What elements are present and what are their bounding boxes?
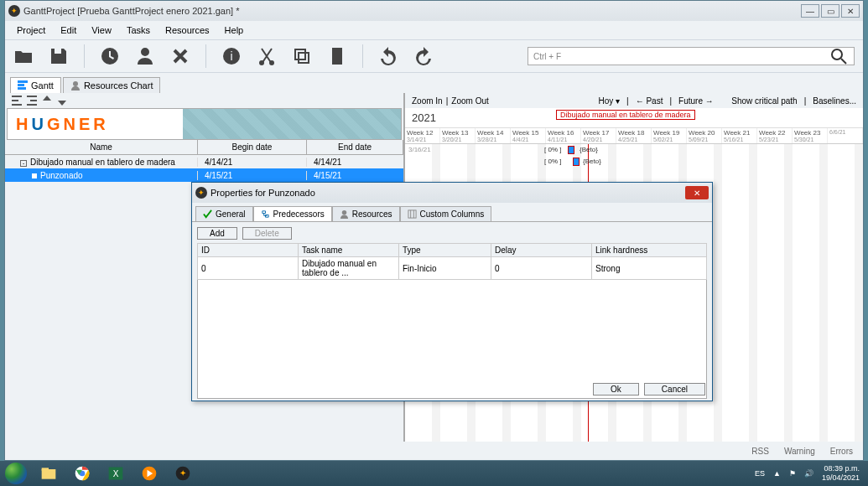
tab-resources[interactable]: Resources	[332, 206, 400, 221]
close-button[interactable]: ✕	[841, 4, 860, 18]
menu-resources[interactable]: Resources	[159, 23, 216, 37]
media-icon[interactable]	[133, 462, 166, 485]
history-icon[interactable]	[100, 46, 120, 66]
save-icon[interactable]	[49, 46, 69, 66]
open-icon[interactable]	[13, 46, 34, 66]
menubar: Project Edit View Tasks Resources Help	[5, 21, 863, 39]
move-down-icon[interactable]	[57, 96, 67, 106]
table-row[interactable]: 0 Dibujado manual en tablero de ... Fin-…	[198, 257, 707, 280]
menu-tasks[interactable]: Tasks	[120, 23, 157, 37]
predecessors-table: ID Task name Type Delay Link hardness 0 …	[197, 243, 707, 280]
svg-rect-10	[408, 210, 415, 218]
phase-indicator: Dibujado manual en tablero de madera	[556, 110, 695, 120]
baselines-button[interactable]: Baselines...	[813, 96, 856, 106]
task-table-header: Name Begin date End date	[5, 140, 403, 155]
toolbar: i Ctrl + F	[5, 39, 863, 73]
zoom-out-button[interactable]: Zoom Out	[451, 96, 488, 106]
excel-icon[interactable]: X	[99, 462, 133, 485]
rss-link[interactable]: RSS	[751, 447, 769, 456]
menu-edit[interactable]: Edit	[54, 23, 83, 37]
dialog-tabs: General Predecessors Resources Custom Co…	[192, 203, 712, 222]
start-date-label: 3/16/21	[408, 146, 431, 153]
person-icon	[340, 209, 349, 219]
svg-text:✦: ✦	[179, 468, 186, 478]
tray-flag-icon[interactable]: ▲	[773, 469, 781, 478]
chrome-icon[interactable]	[65, 462, 99, 485]
dialog-close-button[interactable]: ✕	[685, 186, 709, 199]
errors-link[interactable]: Errors	[830, 447, 853, 456]
start-button[interactable]	[0, 461, 32, 486]
warning-link[interactable]: Warning	[784, 447, 815, 456]
menu-project[interactable]: Project	[10, 23, 52, 37]
svg-text:i: i	[230, 49, 232, 63]
svg-point-9	[341, 210, 346, 215]
person-icon[interactable]	[135, 46, 155, 66]
info-icon[interactable]: i	[221, 46, 242, 66]
today-button[interactable]: Hoy ▾	[598, 96, 620, 106]
columns-icon	[408, 209, 417, 219]
lang-indicator[interactable]: ES	[755, 469, 765, 478]
move-up-icon[interactable]	[42, 96, 52, 106]
timeline-header: Week 123/14/21Week 133/20/21Week 143/28/…	[405, 128, 863, 144]
tab-custom-columns[interactable]: Custom Columns	[400, 206, 492, 221]
dialog-titlebar: ✦ Properties for Punzonado ✕	[192, 183, 712, 203]
copy-icon[interactable]	[292, 46, 312, 66]
explorer-icon[interactable]	[32, 462, 65, 485]
expand-icon[interactable]: -	[20, 160, 27, 167]
redo-icon[interactable]	[413, 46, 434, 66]
menu-view[interactable]: View	[85, 23, 118, 37]
table-body-area[interactable]	[197, 280, 707, 399]
ok-button[interactable]: Ok	[593, 383, 639, 396]
dialog-title: Properties for Punzonado	[211, 188, 315, 198]
tab-gantt[interactable]: Gantt	[10, 77, 61, 93]
task-row[interactable]: -Dibujado manual en tablero de madera 4/…	[5, 155, 403, 168]
tray-volume-icon[interactable]: 🔊	[804, 469, 813, 478]
maximize-button[interactable]: ▭	[821, 4, 839, 18]
zoom-in-button[interactable]: Zoom In	[412, 96, 443, 106]
titlebar: ✦ GanttProject [Prueba GanttProject ener…	[5, 1, 863, 21]
svg-point-3	[269, 60, 274, 65]
outdent-icon[interactable]	[12, 96, 22, 106]
svg-text:X: X	[113, 469, 119, 478]
gantt-bar[interactable]	[568, 146, 574, 154]
statusbar: RSS Warning Errors	[5, 442, 863, 460]
svg-rect-7	[18, 87, 26, 90]
svg-point-2	[259, 60, 264, 65]
cut-icon[interactable]	[257, 46, 277, 66]
tray-action-icon[interactable]: ⚑	[789, 469, 796, 478]
clock[interactable]: 08:39 p.m. 19/04/2021	[822, 464, 860, 483]
gantt-icon	[18, 80, 28, 90]
future-button[interactable]: Future →	[678, 96, 714, 106]
minimize-button[interactable]: —	[801, 4, 819, 18]
cancel-button[interactable]: Cancel	[644, 383, 705, 396]
add-button[interactable]: Add	[197, 227, 237, 240]
paste-icon[interactable]	[327, 46, 347, 66]
svg-rect-5	[18, 80, 28, 83]
indent-icon[interactable]	[27, 96, 37, 106]
task-row-selected[interactable]: Punzonado 4/15/21 4/15/21	[5, 168, 403, 182]
properties-dialog: ✦ Properties for Punzonado ✕ General Pre…	[191, 182, 713, 401]
window-title: GanttProject [Prueba GanttProject enero …	[23, 6, 239, 16]
delete-icon[interactable]	[170, 46, 190, 66]
tab-predecessors[interactable]: Predecessors	[253, 206, 332, 221]
svg-rect-12	[42, 468, 49, 470]
view-tabs: Gantt Resources Chart	[5, 73, 863, 93]
svg-rect-11	[42, 469, 56, 479]
gantt-bar[interactable]	[573, 158, 580, 166]
link-icon	[261, 209, 270, 219]
critical-path-button[interactable]: Show critical path	[731, 96, 797, 106]
resources-icon	[70, 80, 81, 90]
taskbar: X ✦ ES ▲ ⚑ 🔊 08:39 p.m. 19/04/2021	[0, 461, 868, 486]
search-icon[interactable]	[829, 46, 849, 66]
app-icon: ✦	[195, 187, 207, 199]
undo-icon[interactable]	[378, 46, 398, 66]
search-input[interactable]: Ctrl + F	[528, 47, 855, 65]
tab-resources-chart[interactable]: Resources Chart	[63, 77, 161, 93]
system-tray[interactable]: ES ▲ ⚑ 🔊 08:39 p.m. 19/04/2021	[746, 464, 868, 483]
tab-general[interactable]: General	[195, 206, 253, 221]
menu-help[interactable]: Help	[218, 23, 251, 37]
app-icon: ✦	[8, 5, 20, 17]
past-button[interactable]: ← Past	[636, 96, 663, 106]
gantt-app-icon[interactable]: ✦	[166, 462, 200, 485]
check-icon	[203, 209, 212, 219]
